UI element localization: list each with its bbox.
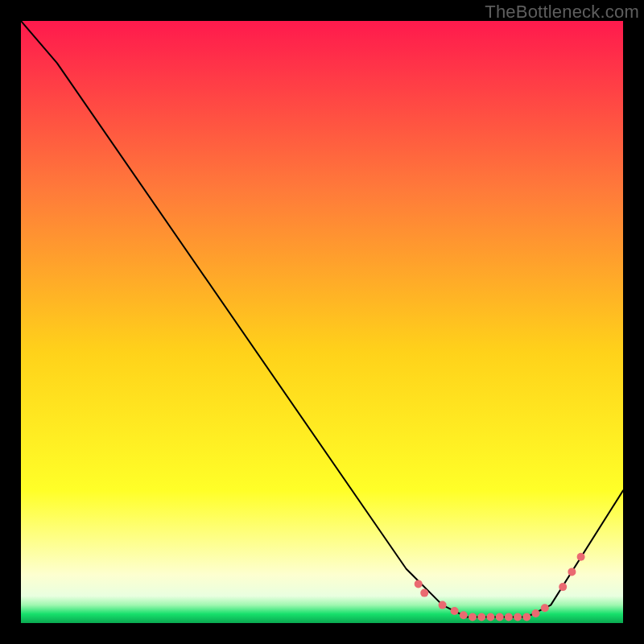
watermark-text: TheBottleneck.com <box>485 2 639 23</box>
data-marker <box>532 609 540 617</box>
data-marker <box>514 613 522 621</box>
data-marker <box>559 583 567 591</box>
data-marker <box>415 580 423 588</box>
data-marker <box>522 613 530 621</box>
data-marker <box>477 613 485 621</box>
data-marker <box>460 611 468 619</box>
data-marker <box>496 613 504 621</box>
data-marker <box>469 613 477 621</box>
data-marker <box>568 568 576 576</box>
data-marker <box>420 589 428 597</box>
bottleneck-chart <box>21 21 623 623</box>
gradient-background <box>21 21 623 623</box>
data-marker <box>451 607 459 615</box>
chart-frame <box>21 21 623 623</box>
data-marker <box>486 613 494 621</box>
data-marker <box>439 601 447 609</box>
data-marker <box>505 613 513 621</box>
data-marker <box>577 553 585 561</box>
data-marker <box>541 604 549 612</box>
